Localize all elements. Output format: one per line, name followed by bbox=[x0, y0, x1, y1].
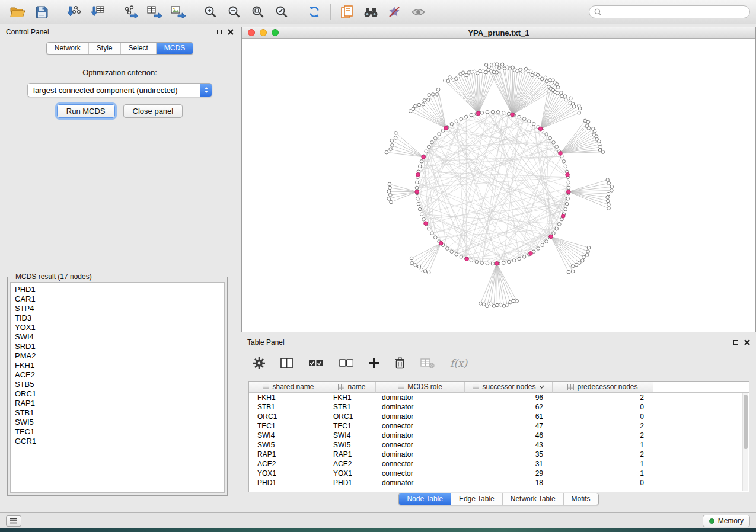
table-row[interactable]: RAP1RAP1dominator352 bbox=[249, 450, 749, 459]
table-cell: 47 bbox=[465, 422, 553, 430]
create-column-button[interactable] bbox=[369, 358, 379, 368]
float-table-panel-button[interactable] bbox=[733, 340, 738, 345]
table-row[interactable]: TEC1TEC1connector472 bbox=[249, 421, 749, 431]
tab-network[interactable]: Network bbox=[47, 43, 89, 54]
mcds-result-list[interactable]: PHD1CAR1STP4TID3YOX1SWI4SRD1PMA2FKH1ACE2… bbox=[10, 282, 225, 493]
table-row[interactable]: STB1STB1dominator620 bbox=[249, 402, 749, 412]
table-panel: Table Panel bbox=[241, 335, 756, 508]
refresh-button[interactable] bbox=[302, 1, 326, 23]
table-cell: 62 bbox=[465, 403, 553, 411]
show-columns-button[interactable] bbox=[280, 358, 293, 368]
import-table-button[interactable] bbox=[86, 1, 110, 23]
zoom-fit-button[interactable] bbox=[246, 1, 270, 23]
search-icon bbox=[594, 8, 602, 16]
show-hide-button[interactable] bbox=[406, 1, 430, 23]
network-window-titlebar[interactable]: YPA_prune.txt_1 bbox=[242, 27, 755, 39]
clone-network-button[interactable] bbox=[335, 1, 359, 23]
mcds-result-item[interactable]: STP4 bbox=[15, 304, 224, 313]
table-row[interactable]: SWI5SWI5connector431 bbox=[249, 440, 749, 450]
table-row[interactable]: ACE2ACE2connector311 bbox=[249, 459, 749, 469]
tab-motifs[interactable]: Motifs bbox=[564, 493, 598, 505]
column-header-successor-nodes[interactable]: successor nodes bbox=[465, 382, 553, 393]
mcds-result-item[interactable]: PHD1 bbox=[15, 285, 224, 294]
mcds-result-item[interactable]: TID3 bbox=[15, 313, 224, 323]
column-header-name[interactable]: name bbox=[328, 382, 376, 393]
status-bar: Memory bbox=[0, 512, 756, 528]
node-table[interactable]: shared namenameMCDS rolesuccessor nodesp… bbox=[248, 381, 749, 492]
mcds-result-item[interactable]: STB1 bbox=[15, 408, 224, 418]
mcds-result-item[interactable]: SRD1 bbox=[15, 342, 224, 351]
mcds-result-item[interactable]: RAP1 bbox=[15, 399, 224, 408]
table-row[interactable]: FKH1FKH1dominator962 bbox=[249, 393, 749, 402]
close-mcds-panel-button[interactable]: Close panel bbox=[123, 104, 183, 118]
import-network-button[interactable] bbox=[62, 1, 86, 23]
mcds-result-item[interactable]: SWI4 bbox=[15, 332, 224, 342]
criterion-dropdown[interactable]: largest connected component (undirected) bbox=[27, 83, 212, 97]
select-all-icon bbox=[308, 359, 323, 367]
deselect-all-button[interactable] bbox=[339, 359, 353, 367]
mcds-result-item[interactable]: ACE2 bbox=[15, 370, 224, 380]
first-neighbors-button[interactable] bbox=[359, 1, 382, 23]
mcds-result-item[interactable]: SWI5 bbox=[15, 418, 224, 427]
control-panel-title: Control Panel bbox=[6, 28, 49, 36]
table-row[interactable]: ORC1ORC1dominator610 bbox=[249, 412, 749, 421]
maximize-window-button[interactable] bbox=[272, 29, 279, 36]
mcds-result-item[interactable]: PMA2 bbox=[15, 351, 224, 361]
select-all-button[interactable] bbox=[308, 359, 323, 367]
graphics-details-icon bbox=[388, 5, 401, 18]
scrollbar-thumb[interactable] bbox=[744, 395, 748, 449]
mcds-result-item[interactable]: ORC1 bbox=[15, 389, 224, 399]
task-history-button[interactable] bbox=[6, 515, 21, 527]
close-window-button[interactable] bbox=[248, 29, 255, 36]
export-network-button[interactable] bbox=[119, 1, 142, 23]
column-header-predecessor-nodes[interactable]: predecessor nodes bbox=[553, 382, 653, 393]
mcds-result-item[interactable]: TEC1 bbox=[15, 427, 224, 437]
table-cell: 0 bbox=[553, 479, 653, 487]
table-toolbar: f(x) bbox=[253, 351, 756, 375]
mcds-result-item[interactable]: GCR1 bbox=[15, 437, 224, 446]
save-session-button[interactable] bbox=[30, 1, 53, 23]
run-mcds-button[interactable]: Run MCDS bbox=[57, 104, 115, 118]
search-box[interactable] bbox=[589, 5, 750, 18]
minimize-window-button[interactable] bbox=[260, 29, 267, 36]
function-builder-button[interactable]: f(x) bbox=[450, 357, 467, 369]
table-row[interactable]: SWI4SWI4dominator462 bbox=[249, 431, 749, 440]
export-image-button[interactable] bbox=[166, 1, 190, 23]
network-canvas[interactable] bbox=[242, 39, 755, 332]
delete-column-button[interactable] bbox=[395, 357, 405, 369]
table-column-icon bbox=[338, 384, 344, 390]
zoom-in-button[interactable] bbox=[199, 1, 222, 23]
table-row[interactable]: PHD1PHD1dominator180 bbox=[249, 478, 749, 488]
close-panel-icon[interactable] bbox=[228, 29, 234, 35]
column-header-MCDS-role[interactable]: MCDS role bbox=[376, 382, 465, 393]
open-file-button[interactable] bbox=[6, 1, 30, 23]
tab-select[interactable]: Select bbox=[121, 43, 157, 54]
table-cell: FKH1 bbox=[249, 393, 328, 402]
zoom-selected-button[interactable] bbox=[270, 1, 294, 23]
mcds-result-item[interactable]: CAR1 bbox=[15, 294, 224, 304]
application-window: Control Panel NetworkStyleSelectMCDS Opt… bbox=[0, 0, 756, 532]
tab-mcds[interactable]: MCDS bbox=[157, 43, 193, 54]
mcds-result-item[interactable]: YOX1 bbox=[15, 323, 224, 332]
column-header-shared-name[interactable]: shared name bbox=[249, 382, 328, 393]
mcds-result-item[interactable]: FKH1 bbox=[15, 361, 224, 370]
table-cell: 46 bbox=[465, 431, 553, 440]
close-table-panel-icon[interactable] bbox=[744, 339, 750, 345]
tab-edge-table[interactable]: Edge Table bbox=[451, 493, 503, 505]
table-row[interactable]: YOX1YOX1connector291 bbox=[249, 469, 749, 478]
memory-indicator-button[interactable]: Memory bbox=[703, 515, 750, 527]
network-window[interactable]: YPA_prune.txt_1 bbox=[241, 27, 756, 332]
table-vertical-scrollbar[interactable] bbox=[742, 393, 748, 491]
mcds-result-item[interactable]: STB5 bbox=[15, 380, 224, 389]
delete-table-button[interactable] bbox=[420, 358, 435, 368]
tab-style[interactable]: Style bbox=[89, 43, 121, 54]
table-cell: 18 bbox=[465, 479, 553, 487]
table-settings-button[interactable] bbox=[253, 357, 265, 369]
export-table-button[interactable] bbox=[142, 1, 166, 23]
zoom-out-button[interactable] bbox=[222, 1, 246, 23]
search-input[interactable] bbox=[605, 8, 745, 16]
float-panel-button[interactable] bbox=[217, 30, 222, 34]
tab-network-table[interactable]: Network Table bbox=[503, 493, 564, 505]
tab-node-table[interactable]: Node Table bbox=[399, 493, 451, 505]
graphics-details-button[interactable] bbox=[382, 1, 406, 23]
